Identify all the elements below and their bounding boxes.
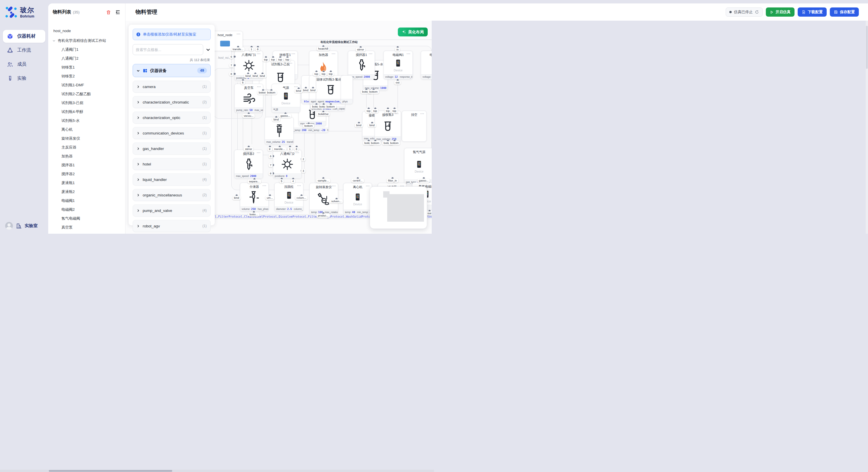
port-pill[interactable]: top [313, 72, 319, 76]
node-menu-icon[interactable]: ••• [406, 53, 410, 55]
node-menu-icon[interactable]: ••• [366, 185, 370, 188]
port-pill[interactable]: solven... [330, 199, 343, 203]
sidebar-item-experiments[interactable]: 实验 [3, 72, 45, 85]
port-pill[interactable]: produc... [317, 214, 330, 217]
tree-item[interactable]: 旋转蒸发仪 [48, 134, 125, 143]
port-pill[interactable]: separa... [248, 179, 261, 183]
node-menu-icon[interactable]: ••• [257, 86, 261, 88]
tree-item[interactable]: 氢气电磁阀 [48, 214, 125, 223]
port-pill[interactable]: centrif... [351, 179, 364, 183]
port-pill[interactable]: 1 [288, 147, 292, 151]
node-menu-icon[interactable]: ••• [369, 53, 373, 55]
sidebar-item-instruments[interactable]: 仪器耗材 [3, 30, 45, 43]
template-item[interactable]: pump_and_valve(4) [133, 204, 211, 216]
node-menu-icon[interactable]: ••• [297, 184, 301, 187]
tree-item[interactable]: 搅拌器2 [48, 169, 125, 178]
port-pill[interactable]: SolidOut [317, 112, 330, 116]
node-menu-icon[interactable]: ••• [288, 62, 292, 65]
canvas-node[interactable]: 八通阀门2••• positions:8 [273, 150, 302, 179]
port-pill[interactable]: bind [355, 123, 363, 127]
tree-item[interactable]: 电磁阀1 [48, 196, 125, 205]
port-pill[interactable]: bind [232, 196, 241, 200]
tree-item[interactable]: 搅拌器1 [48, 161, 125, 169]
template-item[interactable]: characterization_optic(1) [133, 111, 211, 124]
port-pill[interactable]: 3 [301, 169, 305, 173]
port-pill[interactable]: bottom [368, 90, 379, 94]
port-pill[interactable]: out [394, 80, 401, 85]
tree-item[interactable]: 试剂瓶1-DMF [48, 80, 125, 90]
port-dot-icon[interactable] [234, 55, 236, 58]
port-pill[interactable]: um... [265, 196, 274, 200]
node-menu-icon[interactable]: ••• [332, 53, 336, 55]
port-pill[interactable]: top [320, 72, 327, 76]
tree-item[interactable]: 试剂瓶2-乙酸乙酯 [48, 90, 125, 98]
tree-item[interactable]: 试剂瓶4-甲醇 [48, 107, 125, 116]
port-pill[interactable]: 8 [294, 147, 299, 151]
port-pill[interactable]: bind [302, 88, 310, 92]
tree-item[interactable]: 真空泵 [48, 223, 125, 232]
port-pill[interactable]: stirrer [244, 147, 253, 151]
port-pill[interactable]: gasso... [417, 179, 430, 183]
tree-item[interactable]: 八通阀门1 [48, 45, 125, 54]
tree-item[interactable]: 八通阀门2 [48, 54, 125, 63]
tree-item[interactable]: 主反应器 [48, 143, 125, 152]
port-dot-icon[interactable] [234, 72, 236, 75]
trash-icon[interactable] [106, 10, 111, 15]
template-item[interactable]: communication_devices(1) [133, 127, 211, 139]
tree-item[interactable]: 电磁阀2 [48, 205, 125, 214]
canvas-node[interactable]: 搅拌器2•••max_speed:2000 [234, 150, 263, 179]
port-pill[interactable]: vacuu... [242, 114, 255, 118]
port-pill[interactable]: 5 [279, 179, 284, 183]
port-pill[interactable]: bottom [303, 124, 314, 128]
port-dot-icon[interactable] [234, 64, 236, 67]
port-pill[interactable]: bind [309, 88, 317, 92]
tree-item[interactable]: 加热器 [48, 152, 125, 161]
minimap[interactable] [370, 187, 427, 229]
port-pill[interactable]: transfe... [231, 47, 245, 51]
port-pill[interactable]: top [262, 58, 269, 62]
port-pill[interactable]: 2 [301, 157, 305, 161]
tree-item[interactable]: 试剂瓶3-己烷 [48, 98, 125, 107]
port-pill[interactable]: top [277, 58, 283, 62]
port-pill[interactable]: top [391, 109, 398, 113]
tree-item[interactable]: 离心机 [48, 125, 125, 134]
port-pill[interactable]: bind [294, 89, 303, 93]
node-menu-icon[interactable]: ••• [262, 184, 267, 187]
node-menu-icon[interactable]: ••• [332, 185, 336, 188]
port-pill[interactable]: bind [244, 74, 252, 78]
avatar[interactable] [5, 222, 13, 230]
port-pill[interactable]: 6 [229, 55, 234, 59]
port-pill[interactable]: top [327, 72, 334, 76]
port-pill[interactable]: top [270, 58, 276, 62]
port-pill[interactable]: top [284, 58, 290, 62]
canvas-node[interactable]: 气源••• Device气源 [272, 84, 300, 113]
port-pill[interactable]: 8 [229, 72, 234, 76]
port-pill[interactable]: bottom [325, 105, 336, 109]
port-pill[interactable]: bottom [266, 91, 277, 95]
template-item[interactable]: robot_agv(1) [133, 220, 211, 232]
canvas-node[interactable]: 电磁阀1••• Devicevoltage:12response_time:0.… [383, 51, 413, 79]
tree-item-host-node[interactable]: host_node [48, 26, 125, 35]
port-pill[interactable]: gasso... [279, 114, 291, 118]
canvas-node[interactable]: 真空泵•••pump_rate:50max_vacuum:0.1 [235, 84, 263, 113]
canvas-node[interactable]: phys [341, 75, 353, 104]
port-pill[interactable]: 7 [229, 63, 234, 67]
port-pill[interactable]: 6 [268, 154, 273, 158]
canvas-node[interactable]: 接收瓶3••• max_volume:250 [375, 111, 401, 142]
beautify-layout-button[interactable]: 美化布局 [398, 28, 428, 36]
category-instruments[interactable]: 仪器设备 49 [133, 64, 211, 77]
port-pill[interactable]: bind [258, 74, 267, 78]
canvas-node[interactable]: 分液器••• volume:250has_phases:true [240, 183, 269, 212]
tree-item[interactable]: 转移泵1 [48, 63, 125, 72]
template-item[interactable]: liquid_handler(4) [133, 173, 211, 186]
chevron-double-down-icon[interactable] [206, 47, 211, 52]
port-pill[interactable]: 5 [241, 80, 245, 85]
template-item[interactable]: gas_handler(1) [133, 142, 211, 155]
canvas-node[interactable]: 搅拌器1•••max_speed:2000 [348, 51, 375, 79]
port-pill[interactable]: 1 [249, 47, 253, 51]
template-item[interactable]: camera(1) [133, 80, 211, 93]
tree-item[interactable]: 试剂瓶5-水 [48, 116, 125, 125]
template-item[interactable]: organic_miscellaneous(2) [133, 189, 211, 201]
canvas-node[interactable]: 排空••• [402, 111, 427, 142]
node-menu-icon[interactable]: ••• [257, 53, 260, 55]
